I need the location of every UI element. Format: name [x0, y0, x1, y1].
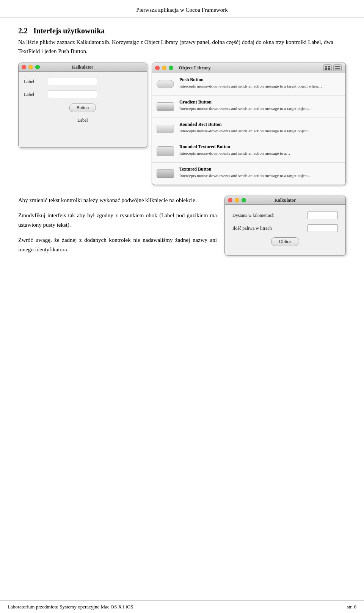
lib-item-name-rounded-textured: Rounded Textured Button [179, 144, 342, 150]
kalk2-textfield-2[interactable] [308, 224, 338, 232]
lib-item-icon-push [156, 77, 175, 91]
header-title: Pierwsza aplikacja w Cocoa Framework [136, 7, 228, 13]
second-row: Aby zmienić tekst kontrolki należy wykon… [18, 196, 346, 260]
svg-rect-4 [335, 66, 340, 67]
kalk2-row-1: Dystans w kilometrach [232, 212, 338, 219]
kalk2-label-2: Ilość paliwa w litrach [232, 226, 308, 231]
lib-item-name-textured: Textured Button [179, 166, 342, 172]
lib-toolbar-icons [323, 64, 342, 71]
lib-item-text-rounded-textured: Rounded Textured Button Intercepts mouse… [179, 144, 342, 156]
kalkulator2-title: Kalkulator [275, 198, 296, 203]
text-para-3: Zwróć uwagę, że żadnej z dodanych kontro… [18, 235, 217, 255]
kalk-row-1: Label [24, 78, 141, 85]
page-header: Pierwsza aplikacja w Cocoa Framework [0, 0, 364, 17]
svg-rect-2 [325, 68, 327, 70]
kalk2-row-2: Ilość paliwa w litrach [232, 224, 338, 232]
text-para-1: Aby zmienić tekst kontrolki należy wykon… [18, 196, 217, 205]
lib-item-desc-rounded-rect: Intercepts mouse-down events and sends a… [179, 128, 342, 134]
section-number: 2.2 [18, 27, 28, 35]
lib-traffic-yellow[interactable] [162, 66, 166, 70]
lib-traffic-red[interactable] [155, 66, 160, 70]
kalk-textfield-1 [48, 78, 97, 85]
rounded-rect-button-icon [157, 125, 174, 133]
lib-item-text-gradient: Gradient Button Intercepts mouse-down ev… [179, 99, 342, 111]
push-button-icon [157, 80, 174, 88]
kalk-label-1: Label [24, 79, 45, 85]
kalk-button-row: Button [24, 103, 141, 112]
lib-item-icon-textured [156, 166, 175, 181]
lib-item-desc-push: Intercepts mouse-down events and sends a… [179, 83, 342, 89]
traffic-light-green[interactable] [35, 65, 40, 69]
traffic-light-yellow[interactable] [28, 65, 33, 69]
object-library-panel: Object Library Push B [152, 63, 346, 185]
main-content: 2.2 Interfejs użytkownika Na liście plik… [0, 17, 364, 290]
lib-title: Object Library [179, 65, 211, 71]
svg-rect-1 [328, 66, 330, 67]
kalk2-button-row: Oblicz [232, 237, 338, 246]
lib-item-textured[interactable]: Textured Button Intercepts mouse-down ev… [152, 163, 345, 185]
svg-rect-5 [335, 68, 340, 69]
lib-item-desc-gradient: Intercepts mouse-down events and sends a… [179, 106, 342, 111]
lib-icon-grid[interactable] [323, 64, 332, 71]
kalk-label-2: Label [24, 92, 45, 97]
kalk2-traffic-red[interactable] [228, 198, 232, 202]
footer-left: Laboratorium przedmiotu Systemy operacyj… [8, 604, 133, 610]
lib-item-name-rounded-rect: Rounded Rect Button [179, 122, 342, 128]
kalk2-label-1: Dystans w kilometrach [232, 213, 308, 218]
kalk2-traffic-green[interactable] [242, 198, 246, 202]
svg-rect-3 [328, 68, 330, 70]
lib-item-rounded-rect[interactable]: Rounded Rect Button Intercepts mouse-dow… [152, 118, 345, 140]
kalk2-button[interactable]: Oblicz [271, 237, 299, 246]
text-block: Aby zmienić tekst kontrolki należy wykon… [18, 196, 217, 260]
lib-item-name-push: Push Button [179, 77, 342, 83]
kalkulator-titlebar: Kalkulator [19, 63, 147, 72]
lib-item-name-gradient: Gradient Button [179, 99, 342, 105]
traffic-light-red[interactable] [22, 65, 26, 69]
lib-item-gradient-button[interactable]: Gradient Button Intercepts mouse-down ev… [152, 96, 345, 118]
screenshots-row: Kalkulator Label Label Button Label [18, 63, 346, 185]
lib-item-icon-gradient [156, 99, 175, 114]
section-title: Interfejs użytkownika [33, 27, 105, 35]
gradient-button-icon [157, 102, 174, 111]
kalkulator-title: Kalkulator [72, 64, 94, 70]
kalkulator-window-left: Kalkulator Label Label Button Label [18, 63, 147, 148]
kalk-bottom-label: Label [24, 118, 141, 123]
lib-traffic-green[interactable] [169, 66, 173, 70]
kalkulator-window-right: Kalkulator Dystans w kilometrach Ilość p… [224, 196, 346, 256]
kalkulator2-body: Dystans w kilometrach Ilość paliwa w lit… [225, 205, 345, 255]
lib-body: Push Button Intercepts mouse-down events… [152, 73, 345, 185]
lib-item-desc-textured: Intercepts mouse-down events and sends a… [179, 173, 342, 179]
svg-rect-0 [325, 66, 327, 67]
kalkulator2-titlebar: Kalkulator [225, 196, 345, 205]
section-heading: 2.2 Interfejs użytkownika [18, 27, 346, 35]
lib-item-text-textured: Textured Button Intercepts mouse-down ev… [179, 166, 342, 178]
textured-button-icon [157, 169, 174, 178]
lib-item-desc-rounded-textured: Intercepts mouse-down events and sends a… [179, 151, 342, 156]
svg-rect-6 [335, 69, 340, 69]
lib-titlebar: Object Library [152, 63, 345, 73]
lib-item-icon-rounded-textured [156, 144, 175, 158]
lib-item-icon-rounded-rect [156, 122, 175, 136]
text-para-2: Zmodyfikuj interfejs tak aby był zgodny … [18, 211, 217, 230]
page-footer: Laboratorium przedmiotu Systemy operacyj… [0, 600, 364, 613]
kalk2-textfield-1[interactable] [308, 212, 338, 219]
kalkulator-body: Label Label Button Label [19, 72, 147, 147]
lib-icon-list[interactable] [333, 64, 342, 71]
kalk2-traffic-yellow[interactable] [235, 198, 239, 202]
lib-item-text-push: Push Button Intercepts mouse-down events… [179, 77, 342, 89]
rounded-textured-button-icon [157, 146, 174, 156]
lib-item-text-rounded-rect: Rounded Rect Button Intercepts mouse-dow… [179, 122, 342, 133]
intro-paragraph: Na liście plików zaznacz Kalkulator.xib.… [18, 38, 346, 56]
lib-item-rounded-textured[interactable]: Rounded Textured Button Intercepts mouse… [152, 140, 345, 163]
kalk-textfield-2 [48, 91, 97, 98]
kalk-button[interactable]: Button [69, 103, 96, 112]
lib-item-push-button[interactable]: Push Button Intercepts mouse-down events… [152, 73, 345, 96]
kalk-row-2: Label [24, 91, 141, 98]
footer-right: str. 6 [347, 604, 356, 610]
